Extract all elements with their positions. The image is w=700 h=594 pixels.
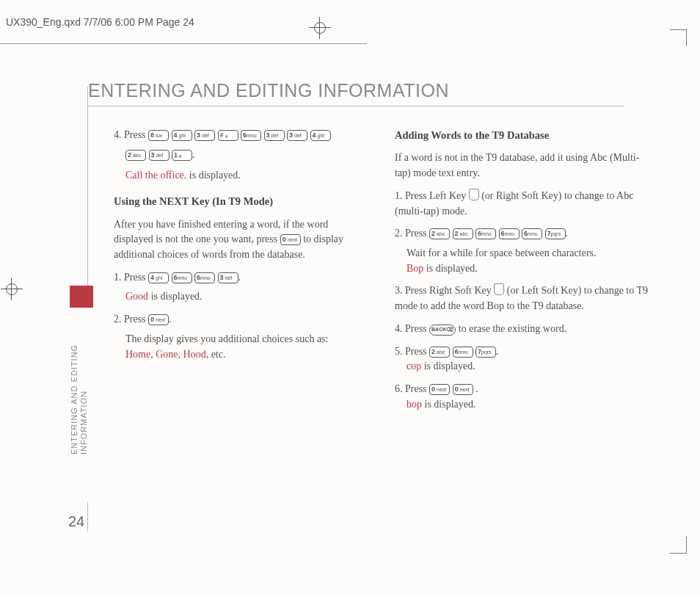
- text: 4. Press: [114, 129, 148, 140]
- key-2abc: 2 abc: [453, 228, 473, 239]
- period: .: [496, 346, 499, 357]
- key-6mno: 6mno: [475, 228, 496, 239]
- period: .: [192, 149, 195, 160]
- key-7pqrs: 7pqrs: [475, 347, 496, 358]
- tail: etc.: [208, 349, 225, 360]
- key-0next: 0 next: [453, 384, 473, 395]
- key-6mno: 6mno: [172, 272, 192, 283]
- left-softkey-icon: [469, 189, 479, 200]
- subhead-next-key: Using the NEXT Key (In T9 Mode): [114, 194, 368, 209]
- key-7pqrs: 7pqrs: [545, 228, 566, 239]
- registration-mark-left: [6, 283, 18, 295]
- key-6mno: 6mno: [194, 272, 215, 283]
- crop-mark-br: [670, 537, 687, 554]
- period: .: [475, 383, 478, 394]
- result-text: Good: [125, 291, 148, 302]
- key-6mno: 6mno: [241, 130, 261, 141]
- next-step-1: 1. Press 4 ghi 6mno 6mno 3 def. Good is …: [114, 270, 368, 305]
- key-0next: 0 next: [148, 314, 169, 325]
- tail: is displayed.: [422, 399, 476, 410]
- key-3def: 3 def: [287, 130, 307, 141]
- text: 2. Press: [114, 314, 148, 325]
- key-6mno: 6mno: [453, 347, 473, 358]
- add-step-1: 1. Press Left Key (or Right Soft Key) to…: [395, 189, 649, 219]
- text: 4. Press: [395, 323, 429, 334]
- tail: is displayed.: [148, 291, 203, 302]
- text: 6. Press: [395, 383, 429, 394]
- key-8tuv: 8 tuv: [148, 130, 169, 141]
- right-softkey-icon: [494, 283, 504, 295]
- page-number: 24: [68, 513, 84, 530]
- next-step-2: 2. Press 0 next. The display gives you a…: [114, 312, 368, 362]
- add-para: If a word is not in the T9 database, add…: [395, 151, 649, 181]
- key-hash: # ⁎: [218, 130, 238, 141]
- text: to erase the existing word.: [459, 323, 566, 334]
- period: .: [238, 272, 241, 283]
- add-step-6: 6. Press 0 next 0 next . bop is displaye…: [395, 382, 649, 412]
- text: 2. Press: [395, 228, 429, 239]
- crop-mark-tr: [670, 29, 687, 46]
- period: .: [169, 314, 172, 325]
- text: 3. Press Right Soft Key: [395, 285, 494, 296]
- text: 1. Press: [114, 272, 148, 283]
- key-3def: 3 def: [264, 130, 285, 141]
- result-text: Bop: [406, 263, 423, 274]
- key-0next: 0 next: [429, 384, 450, 395]
- result-text: cop: [406, 361, 421, 372]
- tail: is displayed.: [423, 263, 478, 274]
- footer-rule: [87, 502, 88, 532]
- title-rule: [88, 106, 624, 106]
- result-text: bop: [406, 399, 422, 410]
- add-step-5: 5. Press 2 abc 6mno 7pqrs. cop is displa…: [395, 344, 649, 374]
- key-4ghi: 4 ghi: [148, 272, 169, 283]
- tab-label: ENTERING AND EDITING INFORMATION: [70, 312, 89, 454]
- text: 1. Press Left Key: [395, 190, 469, 201]
- text: The display gives you additional choices…: [125, 333, 328, 344]
- subhead-adding-words: Adding Words to the T9 Database: [395, 128, 649, 143]
- key-6mno: 6mno: [522, 228, 542, 239]
- key-3def: 3 def: [218, 272, 238, 283]
- text: Wait for a while for space between chara…: [406, 247, 597, 258]
- key-2abc: 2 abc: [429, 347, 450, 358]
- key-1: 1 ⁎: [172, 150, 192, 161]
- step-4: 4. Press 8 tuv 4 ghi 3 def # ⁎ 6mno 3 de…: [114, 128, 368, 184]
- add-step-3: 3. Press Right Soft Key (or Left Soft Ke…: [395, 283, 649, 314]
- key-3def: 3 def: [149, 150, 169, 161]
- result-text: Home, Gone, Hood,: [125, 349, 208, 360]
- add-step-4: 4. Press BACK⌫ to erase the existing wor…: [395, 322, 649, 337]
- key-4ghi: 4 ghi: [310, 130, 331, 141]
- tail: is displayed.: [186, 170, 241, 181]
- text: 5. Press: [395, 346, 429, 357]
- side-tab: ENTERING AND EDITING INFORMATION: [70, 286, 84, 432]
- key-0next: 0 next: [280, 234, 301, 245]
- tail: is displayed.: [421, 361, 475, 372]
- key-3def: 3 def: [194, 130, 215, 141]
- add-step-2: 2. Press 2 abc 2 abc 6mno 6mno 6mno 7pqr…: [395, 226, 649, 276]
- result-text: Call the office.: [125, 170, 186, 181]
- key-back: BACK⌫: [429, 325, 456, 336]
- tab-marker: [70, 286, 93, 308]
- chapter-title: ENTERING AND EDITING INFORMATION: [88, 80, 449, 101]
- next-para: After you have finished entering a word,…: [114, 217, 368, 263]
- registration-mark-top: [314, 22, 326, 34]
- left-margin-rule: [87, 87, 88, 292]
- left-column: 4. Press 8 tuv 4 ghi 3 def # ⁎ 6mno 3 de…: [114, 128, 368, 420]
- key-6mno: 6mno: [499, 228, 519, 239]
- key-4ghi: 4 ghi: [172, 130, 192, 141]
- period: .: [566, 228, 569, 239]
- top-rule: [0, 43, 367, 44]
- key-2abc: 2 abc: [429, 228, 450, 239]
- key-2abc: 2 abc: [125, 150, 146, 161]
- prepress-header: UX390_Eng.qxd 7/7/06 6:00 PM Page 24: [6, 16, 194, 28]
- right-column: Adding Words to the T9 Database If a wor…: [395, 128, 649, 420]
